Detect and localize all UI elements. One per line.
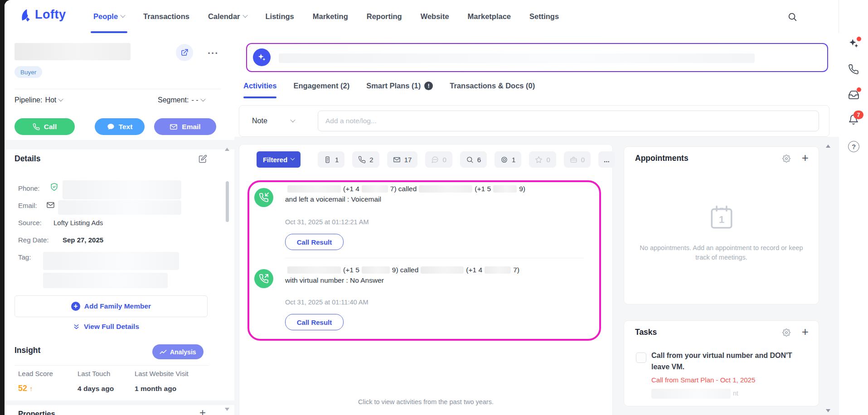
trend-line-icon bbox=[160, 348, 167, 356]
tab-engagement[interactable]: Engagement (2) bbox=[293, 82, 349, 98]
activity-timestamp: Oct 31, 2025 at 01:12:21 AM bbox=[285, 218, 369, 226]
email-label: Email: bbox=[18, 202, 37, 209]
incoming-call-icon bbox=[254, 188, 273, 207]
contact-type-badge: Buyer bbox=[15, 66, 42, 78]
filter-chip-showings[interactable]: 0 bbox=[564, 151, 591, 168]
add-appointment-button[interactable]: + bbox=[802, 152, 809, 164]
filter-chip-favorites[interactable]: 0 bbox=[529, 151, 556, 168]
ai-assistant-icon[interactable] bbox=[848, 38, 860, 50]
nav-item-people[interactable]: People bbox=[93, 0, 125, 33]
analysis-button[interactable]: Analysis bbox=[152, 344, 204, 359]
appointments-title: Appointments bbox=[635, 154, 689, 163]
nav-item-calendar[interactable]: Calendar bbox=[208, 0, 247, 33]
note-input[interactable] bbox=[318, 111, 819, 131]
scrollbar-down-arrow[interactable] bbox=[826, 409, 830, 412]
svg-text:1: 1 bbox=[719, 214, 724, 225]
callee-name-redacted bbox=[421, 266, 464, 274]
notification-count-badge: 7 bbox=[853, 111, 863, 119]
gear-icon[interactable] bbox=[782, 154, 790, 163]
trend-up-arrow-icon: ↑ bbox=[29, 385, 33, 392]
lofty-logo[interactable]: Lofty bbox=[18, 8, 66, 22]
caller-name-redacted bbox=[287, 266, 341, 274]
add-task-button[interactable]: + bbox=[802, 326, 809, 338]
view-full-details-link[interactable]: View Full Details bbox=[73, 323, 139, 331]
share-contact-button[interactable] bbox=[176, 44, 193, 61]
reg-date-label: Reg Date: bbox=[18, 236, 49, 244]
load-more-activities-hint[interactable]: Click to view activities from the past t… bbox=[239, 398, 612, 405]
divider bbox=[285, 258, 584, 258]
lead-score-label: Lead Score bbox=[18, 370, 53, 377]
top-nav: Lofty People Transactions Calendar Listi… bbox=[5, 0, 839, 34]
tab-activities[interactable]: Activities bbox=[243, 82, 276, 98]
verified-shield-icon bbox=[50, 183, 58, 191]
contact-more-button[interactable]: ... bbox=[208, 45, 218, 57]
add-property-button[interactable]: + bbox=[199, 406, 206, 415]
filter-chip-more[interactable]: ... bbox=[598, 151, 615, 168]
ai-assistant-input[interactable] bbox=[246, 43, 828, 72]
tab-transactions-docs[interactable]: Transactions & Docs (0) bbox=[450, 82, 535, 98]
task-checkbox[interactable] bbox=[636, 352, 646, 363]
edit-details-icon[interactable] bbox=[199, 154, 207, 163]
email-button[interactable]: Email bbox=[154, 118, 216, 135]
scrollbar-up-arrow[interactable] bbox=[225, 148, 229, 151]
lead-score-value: 52 ↑ bbox=[18, 384, 33, 393]
filter-chip-messages[interactable]: 0 bbox=[425, 151, 452, 168]
insight-title: Insight bbox=[15, 346, 40, 355]
appointments-empty-text: No appointments. Add an appointment to r… bbox=[637, 243, 806, 262]
add-family-member-button[interactable]: + Add Family Member bbox=[15, 295, 208, 317]
text-button[interactable]: Text bbox=[95, 118, 145, 135]
filter-chip-emails[interactable]: 17 bbox=[387, 151, 418, 168]
help-icon[interactable]: ? bbox=[848, 141, 859, 152]
scrollbar-thumb[interactable] bbox=[226, 181, 229, 222]
nav-item-marketing[interactable]: Marketing bbox=[313, 0, 348, 33]
search-icon[interactable] bbox=[787, 12, 797, 22]
activity-description: (+1 59) called(+1 47) with virtual numbe… bbox=[285, 265, 589, 285]
filter-chip-searches[interactable]: 6 bbox=[460, 151, 487, 168]
reg-date-value: Sep 27, 2025 bbox=[63, 236, 103, 244]
nav-item-settings[interactable]: Settings bbox=[529, 0, 559, 33]
tab-smart-plans[interactable]: Smart Plans (1)! bbox=[366, 82, 433, 98]
tag-label: Tag: bbox=[18, 253, 31, 261]
call-result-button[interactable]: Call Result bbox=[285, 234, 344, 250]
detail-tabs: Activities Engagement (2) Smart Plans (1… bbox=[243, 82, 535, 101]
last-website-visit-label: Last Website Visit bbox=[135, 370, 189, 377]
source-label: Source: bbox=[18, 219, 42, 227]
nav-item-marketplace[interactable]: Marketplace bbox=[468, 0, 511, 33]
tasks-title: Tasks bbox=[635, 328, 657, 337]
filter-chip-notes[interactable]: 1 bbox=[318, 151, 344, 168]
inbox-icon[interactable] bbox=[848, 89, 860, 101]
task-assignee-redacted bbox=[651, 389, 731, 399]
target-icon bbox=[500, 156, 508, 164]
notification-dot bbox=[857, 87, 861, 92]
scrollbar-down-arrow[interactable] bbox=[225, 408, 229, 411]
envelope-icon bbox=[170, 123, 178, 131]
screen: Lofty People Transactions Calendar Listi… bbox=[0, 0, 868, 415]
filter-chip-website-views[interactable]: 1 bbox=[495, 151, 521, 168]
details-title: Details bbox=[15, 154, 40, 164]
segment-selector[interactable]: Segment: - - bbox=[158, 96, 205, 104]
divider bbox=[15, 365, 209, 366]
filtered-button[interactable]: Filtered bbox=[257, 151, 301, 168]
nav-item-transactions[interactable]: Transactions bbox=[143, 0, 189, 33]
activity-timestamp: Oct 31, 2025 at 01:11:40 AM bbox=[285, 299, 369, 306]
activity-description: (+1 47) called(+1 59) and left a voicema… bbox=[285, 183, 589, 204]
note-type-select[interactable]: Note bbox=[252, 106, 295, 136]
task-due-date: Call from Smart Plan - Oct 1, 2025 bbox=[651, 376, 755, 384]
call-result-button[interactable]: Call Result bbox=[285, 314, 344, 330]
section-gap bbox=[5, 140, 234, 150]
ai-sparkle-icon bbox=[253, 48, 271, 66]
gear-icon[interactable] bbox=[782, 328, 790, 337]
dialer-phone-icon[interactable] bbox=[848, 64, 860, 76]
filter-chip-calls[interactable]: 2 bbox=[352, 151, 379, 168]
phone-digits-redacted bbox=[362, 266, 390, 274]
scrollbar-up-arrow[interactable] bbox=[826, 145, 830, 148]
call-button[interactable]: Call bbox=[15, 118, 75, 135]
bell-icon[interactable]: 7 bbox=[848, 114, 860, 126]
chevron-down-icon bbox=[290, 117, 295, 122]
contact-name-redacted bbox=[15, 43, 131, 60]
pipeline-selector[interactable]: Pipeline: Hot bbox=[15, 96, 63, 104]
nav-item-listings[interactable]: Listings bbox=[266, 0, 294, 33]
last-touch-value: 4 days ago bbox=[78, 385, 114, 393]
nav-item-website[interactable]: Website bbox=[421, 0, 449, 33]
nav-item-reporting[interactable]: Reporting bbox=[367, 0, 402, 33]
